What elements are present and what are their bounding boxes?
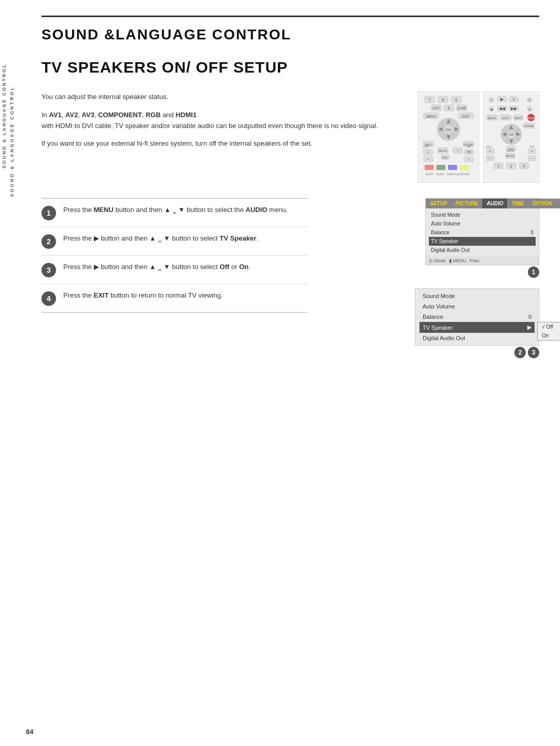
menu-item-sound-mode: Sound Mode [429,210,536,219]
intro-p2-sep1: , [62,111,65,119]
svg-text:−: − [488,156,491,161]
svg-text:−: − [427,157,429,162]
step-1-text: Press the MENU button and then ▲ or ▼ bu… [63,205,288,216]
badge-row-2: 2 3 [415,347,539,358]
svg-text:●: ● [491,98,493,102]
step-3-row: 3 Press the ▶ button and then ▲ or ▼ but… [41,256,307,284]
svg-text:●: ● [529,108,531,111]
svg-text:MENU: MENU [426,115,436,118]
intro-p2-prefix: In [41,111,49,119]
badge-row-1: 1 [425,266,539,278]
svg-text:▶▶: ▶▶ [511,106,517,111]
svg-text:OK: OK [509,133,514,136]
svg-text:7: 7 [428,97,430,102]
svg-rect-44 [425,165,434,170]
svg-text:EXIT: EXIT [462,115,470,118]
svg-text:−: − [530,156,533,161]
svg-rect-47 [460,165,469,170]
svg-text:1: 1 [497,164,499,168]
menu-item-digital-audio: Digital Audio Out [429,246,536,255]
step-3-number: 3 [41,263,56,277]
intro-component: COMPONENT [98,111,142,119]
svg-text:+: + [457,149,459,152]
menu-item-auto-volume: Auto Volume [429,219,536,228]
svg-text:▶: ▶ [500,97,504,102]
menu-item-balance: Balance0 [429,228,536,237]
submenu: √ Off On [537,322,560,341]
svg-text:9: 9 [455,97,457,102]
step-4-row: 4 Press the EXIT button to return to nor… [41,284,307,313]
top-area: You can adjust the internal speaker stat… [41,92,539,182]
badge-1: 1 [528,266,539,278]
menu2-sound-mode: Sound Mode [419,291,535,301]
submenu-off: √ Off [538,322,560,331]
svg-text:MUTE: MUTE [507,150,514,152]
remote-left-image: 7 8 9 LIST 0 Q.ME MENU EXIT [418,92,479,182]
side-label: SOUND & LANGUAGE CONTROL [2,64,7,169]
svg-text:+: + [530,149,533,153]
svg-text:8: 8 [442,97,444,102]
svg-text:OK: OK [445,128,452,132]
step-4-number: 4 [41,291,56,306]
menu2-tv-speaker: TV Speaker ▶ √ Off On [419,322,535,333]
bottom-area: 1 Press the MENU button and then ▲ or ▼ … [41,198,539,358]
svg-text:MUTE: MUTE [506,154,515,158]
svg-text:SUBTITLE: SUBTITLE [447,173,459,176]
menu-footer-1: ◎ Move▮ MENUPrev. [426,257,539,265]
menu-col-time: TIME [507,199,528,208]
menu-col-audio: AUDIO [482,199,507,208]
svg-text:BACK: BACK [439,149,447,152]
menu-screenshot-2-container: Sound Mode Auto Volume Balance0 TV Speak… [415,288,539,358]
remote-images: 7 8 9 LIST 0 Q.ME MENU EXIT [418,92,539,182]
menu-item-tv-speaker: TV Speaker [429,237,536,246]
remote-right-image: ● ▶ II ● ◀ ◀◀ ▶▶ ● BACK EXIT [483,92,539,182]
badge-2: 2 [514,347,526,358]
svg-text:◀: ◀ [490,108,493,111]
submenu-on: On [538,331,560,340]
page-number: 84 [26,728,33,736]
svg-text:II: II [513,97,515,102]
svg-text:EXIT: EXIT [502,117,509,120]
svg-text:0: 0 [448,106,451,110]
svg-text:SLEEP: SLEEP [436,173,444,176]
intro-p2: In AV1, AV2, AV3, COMPONENT, RGB and HDM… [41,110,408,132]
steps-section: 1 Press the MENU button and then ▲ or ▼ … [41,198,307,358]
menu-body-1: Sound Mode Auto Volume Balance0 TV Speak… [426,208,539,257]
side-vertical-label: SOUND & LANGUAGE CONTROL [9,86,15,198]
step-4-text: Press the EXIT button to return to norma… [63,290,223,301]
menu-col-option: OPTION [528,199,556,208]
svg-text:RATIO: RATIO [426,173,433,176]
step-2-text: Press the ▶ button and then ▲ or ▼ butto… [63,233,258,245]
badge-3: 3 [528,347,539,358]
svg-text:3: 3 [523,164,525,168]
intro-bold-items: AV1 [49,111,61,119]
menu-col-setup: SETUP [426,199,451,208]
svg-text:VOL: VOL [423,145,429,148]
intro-hdmi: HDMI1 [176,111,197,119]
menu-col-screen: SCREEN [556,199,560,208]
svg-text:●: ● [529,98,531,102]
svg-text:PR: PR [530,145,534,148]
step-3-text: Press the ▶ button and then ▲ or ▼ butto… [63,262,250,273]
menu-screenshot-1: SETUP PICTURE AUDIO TIME OPTION SCREEN S… [425,198,539,265]
menu2-balance: Balance0 [419,312,535,322]
svg-text:2: 2 [510,164,512,168]
svg-text:VOL: VOL [486,145,492,148]
menu-header-1: SETUP PICTURE AUDIO TIME OPTION SCREEN [426,199,539,208]
intro-av2: AV2 [65,111,78,119]
svg-text:−: − [468,157,470,162]
svg-text:INFO: INFO [515,117,522,120]
section-title: TV SPEAKERS ON/ OFF SETUP [41,59,539,76]
svg-text:FAV: FAV [442,156,448,159]
svg-text:Q.ME: Q.ME [457,106,467,110]
svg-text:PWR: PWR [527,117,535,120]
svg-text:BACK: BACK [488,117,496,120]
menu-screenshot-2: Sound Mode Auto Volume Balance0 TV Speak… [415,288,539,346]
svg-rect-46 [448,165,457,170]
svg-text:+: + [489,149,491,153]
step-1-number: 1 [41,206,56,220]
menu-body-2: Sound Mode Auto Volume Balance0 TV Speak… [415,289,539,345]
intro-text: You can adjust the internal speaker stat… [41,92,408,182]
menu-screenshot-1-container: SETUP PICTURE AUDIO TIME OPTION SCREEN S… [425,198,539,278]
menu-items-1: Sound Mode Auto Volume Balance0 TV Speak… [426,208,539,257]
